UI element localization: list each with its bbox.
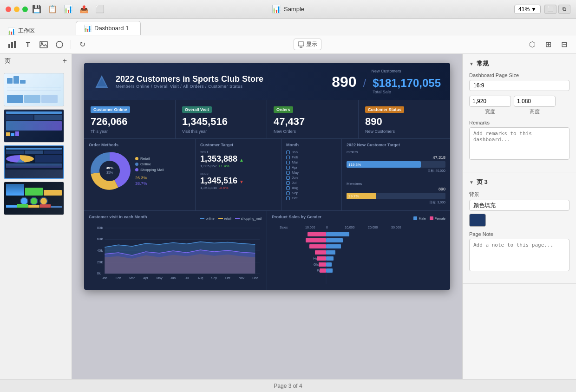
image-tool[interactable]: [37, 39, 50, 51]
text-tool[interactable]: T: [21, 39, 34, 51]
remarks-field: Remarks: [469, 120, 569, 162]
titlebar-right: 41% ▼ ⬜ ⧉: [514, 5, 570, 14]
kpi-value-visit: 1,345,516: [182, 116, 260, 128]
svg-text:35%: 35%: [106, 171, 113, 174]
refresh-tool[interactable]: ↻: [76, 39, 89, 51]
height-label: 高度: [514, 108, 556, 115]
svg-point-5: [56, 41, 63, 48]
month-title: Month: [286, 143, 337, 147]
width-input-group: [469, 96, 511, 107]
background-select[interactable]: 颜色填充: [469, 200, 569, 211]
page-thumb-3[interactable]: 3: [4, 145, 68, 179]
expand-icon[interactable]: ⊟: [557, 39, 570, 51]
kpi-customer-status: Customer Status 890 New Customers: [359, 100, 450, 138]
month-checkbox-sep[interactable]: [286, 191, 290, 195]
kpi-label-online: Customer Online: [91, 106, 130, 113]
month-aug: Aug: [286, 186, 337, 190]
chart-icon[interactable]: 📊: [63, 4, 73, 14]
svg-text:40k: 40k: [97, 248, 103, 253]
month-checkbox-aug[interactable]: [286, 186, 290, 190]
workarea-label: 📊 工作区: [4, 27, 76, 35]
svg-rect-63: [320, 268, 326, 273]
svg-text:60k: 60k: [97, 237, 103, 241]
month-checkbox-apr[interactable]: [286, 166, 290, 170]
dashboard: 2022 Customers in Sports Club Store Memb…: [84, 63, 450, 290]
svg-rect-0: [8, 44, 10, 48]
mall-legend-line: [235, 218, 240, 219]
bar-chart-tool[interactable]: [6, 39, 19, 51]
svg-rect-45: [308, 232, 326, 236]
page-section-title: 页 3: [477, 178, 488, 186]
page-preview-2: [4, 109, 64, 143]
area-chart-svg: 80k 60k 40k 20k 0k: [89, 224, 262, 280]
zoom-selector[interactable]: 41% ▼: [514, 5, 541, 14]
female-dot: [430, 216, 433, 220]
pie-pct-labels: 26.3% 38.7%: [135, 176, 164, 186]
kpi-value-status: 890: [365, 116, 444, 128]
view-single-icon[interactable]: ⬜: [544, 5, 556, 14]
kpi-customer-online: Customer Online 726,066 This year: [84, 100, 176, 138]
save-icon[interactable]: 💾: [32, 4, 42, 14]
page-size-field: Dashboard Page Size 16:9: [469, 72, 569, 91]
retail-label: Retail: [140, 157, 150, 161]
kpi-overall-visit: Overall Visit 1,345,516 Visit this year: [176, 100, 267, 138]
3d-view-icon[interactable]: ⬡: [526, 39, 539, 51]
kpi-value-orders: 47,437: [274, 116, 352, 128]
month-checkbox-oct[interactable]: [286, 196, 290, 200]
minimize-button[interactable]: [14, 7, 20, 12]
duplicate-icon[interactable]: 📋: [47, 4, 58, 14]
titlebar-left: 💾 📋 📊 📤 ⬜: [6, 4, 105, 14]
svg-rect-60: [319, 262, 326, 267]
month-checkbox-jan[interactable]: [286, 150, 290, 154]
kpi-orders: Orders 47,437 New Orders: [267, 100, 359, 138]
month-checkbox-may[interactable]: [286, 171, 290, 175]
shape-tool[interactable]: [53, 39, 66, 51]
page-size-select[interactable]: 16:9: [469, 80, 569, 91]
dashboard-subtitle: Members Online / Overall Visit / All Ord…: [116, 84, 263, 89]
export-icon[interactable]: 📤: [79, 4, 89, 14]
dash-logo: [93, 73, 110, 90]
remarks-textarea[interactable]: [469, 127, 569, 160]
retail-dot: [135, 157, 138, 160]
close-button[interactable]: [6, 7, 11, 12]
page-thumb-4[interactable]: 4: [4, 182, 68, 215]
general-title: 常规: [477, 59, 489, 68]
sub-2021: 1,335,067: [200, 164, 217, 168]
page-thumb-2[interactable]: 2: [4, 109, 68, 143]
general-collapse-icon[interactable]: ▼: [469, 61, 474, 66]
month-checkbox-mar[interactable]: [286, 161, 290, 164]
arrow-2021: ▲: [239, 157, 244, 163]
month-checkbox-feb[interactable]: [286, 156, 290, 159]
mall-dot: [135, 168, 138, 171]
female-legend: Female: [430, 216, 445, 220]
kpi-sub-status: New Customers: [365, 129, 444, 134]
dashboard-tab[interactable]: 📊 Dashboard 1: [76, 21, 141, 35]
month-checkbox-jun[interactable]: [286, 176, 290, 180]
product-sales-header: Product Sales by Gender Male Female: [272, 215, 445, 222]
area-chart-legend: online retail shopping_mall: [200, 217, 262, 220]
svg-rect-54: [315, 250, 326, 255]
height-input[interactable]: [514, 96, 556, 107]
view-split-icon[interactable]: ⧉: [558, 5, 570, 14]
svg-rect-3: [40, 41, 47, 48]
add-page-button[interactable]: +: [63, 57, 67, 65]
general-section: ▼ 常规 Dashboard Page Size 16:9: [463, 54, 576, 172]
grid-view-icon[interactable]: ⊞: [542, 39, 555, 51]
pages-title: 页: [5, 57, 11, 65]
month-panel: Month Jan Feb Mar: [281, 139, 342, 210]
background-field: 背景 颜色填充: [469, 191, 569, 227]
page-collapse-icon[interactable]: ▼: [469, 180, 474, 185]
display-button[interactable]: 显示: [294, 39, 321, 50]
page-thumb-1[interactable]: 1: [4, 73, 68, 106]
tab-icon: 📊: [84, 25, 92, 32]
year-2022: 2022: [200, 172, 276, 176]
color-swatch[interactable]: [469, 214, 486, 227]
tabbar: 📊 工作区 📊 Dashboard 1: [0, 19, 576, 35]
legend-retail-area: retail: [218, 217, 231, 220]
maximize-button[interactable]: [22, 7, 28, 12]
layout-icon[interactable]: ⬜: [95, 4, 105, 14]
page-note-textarea[interactable]: [469, 239, 569, 271]
page-preview-3: [4, 145, 64, 179]
month-checkbox-jul[interactable]: [286, 181, 290, 185]
width-input[interactable]: [469, 96, 511, 107]
